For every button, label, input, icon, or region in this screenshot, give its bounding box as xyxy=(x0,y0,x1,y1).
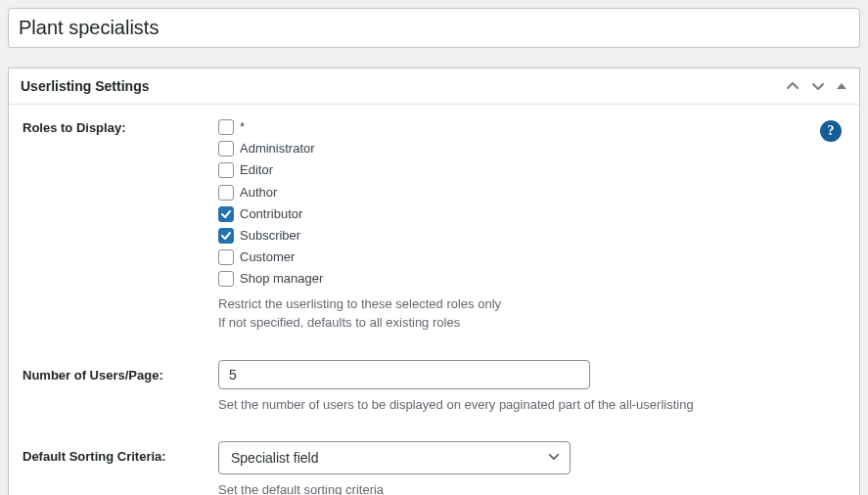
role-checkbox[interactable] xyxy=(218,162,234,178)
role-label: Author xyxy=(240,184,277,202)
role-label: Contributor xyxy=(240,205,302,223)
help-glyph: ? xyxy=(828,123,835,139)
field-sorting: Default Sorting Criteria: Specialist fie… xyxy=(23,441,845,495)
role-label: Administrator xyxy=(240,140,315,158)
role-label: Subscriber xyxy=(240,227,300,245)
role-option: Shop manager xyxy=(218,270,845,288)
role-label: * xyxy=(240,118,245,136)
role-label: Customer xyxy=(240,248,295,266)
chevron-up-icon[interactable] xyxy=(785,78,800,94)
per-page-input[interactable] xyxy=(218,360,590,389)
field-roles: Roles to Display: *AdministratorEditorAu… xyxy=(23,118,845,333)
title-box: Plant specialists xyxy=(8,8,860,48)
per-page-help: Set the number of users to be displayed … xyxy=(218,395,845,415)
page-title: Plant specialists xyxy=(19,17,849,39)
role-checkbox[interactable] xyxy=(218,228,234,244)
role-checkbox[interactable] xyxy=(218,249,234,265)
roles-list: *AdministratorEditorAuthorContributorSub… xyxy=(218,118,845,289)
role-checkbox[interactable] xyxy=(218,141,234,157)
role-option: Subscriber xyxy=(218,227,845,245)
role-checkbox[interactable] xyxy=(218,119,234,135)
sorting-select[interactable]: Specialist field xyxy=(218,441,571,474)
roles-label: Roles to Display: xyxy=(23,118,218,135)
field-per-page: Number of Users/Page: Set the number of … xyxy=(23,360,845,415)
role-option: Author xyxy=(218,184,845,202)
collapse-triangle-icon[interactable] xyxy=(836,80,847,92)
role-label: Shop manager xyxy=(240,270,323,288)
role-option: * xyxy=(218,118,845,136)
role-option: Customer xyxy=(218,248,845,266)
sorting-value: Specialist field xyxy=(218,441,571,474)
sorting-control: Specialist field Set the default sorting… xyxy=(218,441,845,495)
help-icon[interactable]: ? xyxy=(820,120,842,142)
role-option: Editor xyxy=(218,161,845,179)
roles-control: *AdministratorEditorAuthorContributorSub… xyxy=(218,118,845,333)
panel-header-icons xyxy=(785,78,847,94)
sorting-help-1: Set the default sorting criteria xyxy=(218,480,845,495)
panel-body: ? Roles to Display: *AdministratorEditor… xyxy=(9,105,859,495)
role-option: Contributor xyxy=(218,205,845,223)
role-checkbox[interactable] xyxy=(218,271,234,287)
sorting-label: Default Sorting Criteria: xyxy=(23,441,218,464)
settings-panel: Userlisting Settings ? Roles to Display:… xyxy=(8,68,860,495)
per-page-label: Number of Users/Page: xyxy=(23,360,218,382)
panel-header: Userlisting Settings xyxy=(9,68,859,105)
role-checkbox[interactable] xyxy=(218,185,234,201)
role-option: Administrator xyxy=(218,140,845,158)
roles-help-2: If not specified, defaults to all existi… xyxy=(218,313,845,333)
chevron-down-icon[interactable] xyxy=(810,78,826,94)
role-label: Editor xyxy=(240,161,273,179)
per-page-control: Set the number of users to be displayed … xyxy=(218,360,845,415)
roles-help-1: Restrict the userlisting to these select… xyxy=(218,294,845,314)
panel-heading: Userlisting Settings xyxy=(21,78,149,94)
role-checkbox[interactable] xyxy=(218,206,234,222)
